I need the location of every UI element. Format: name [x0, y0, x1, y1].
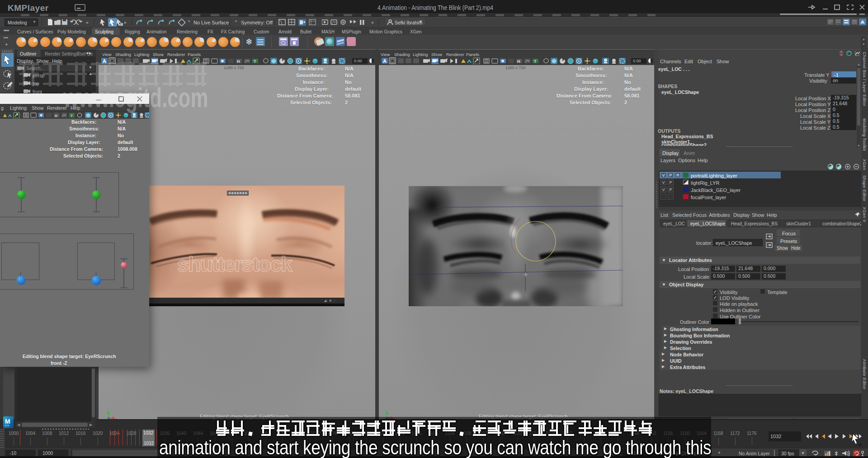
svg-text:A: A — [383, 58, 387, 64]
svg-text:H: H — [55, 114, 57, 118]
svg-text:shutterstock: shutterstock — [177, 254, 293, 276]
svg-text:H: H — [237, 59, 240, 64]
svg-text:T: T — [534, 59, 537, 64]
svg-text:T: T — [71, 114, 73, 118]
svg-text:H: H — [517, 59, 520, 64]
svg-text:T: T — [254, 59, 256, 64]
svg-text:y: y — [107, 409, 108, 412]
svg-text:y: y — [385, 409, 387, 412]
